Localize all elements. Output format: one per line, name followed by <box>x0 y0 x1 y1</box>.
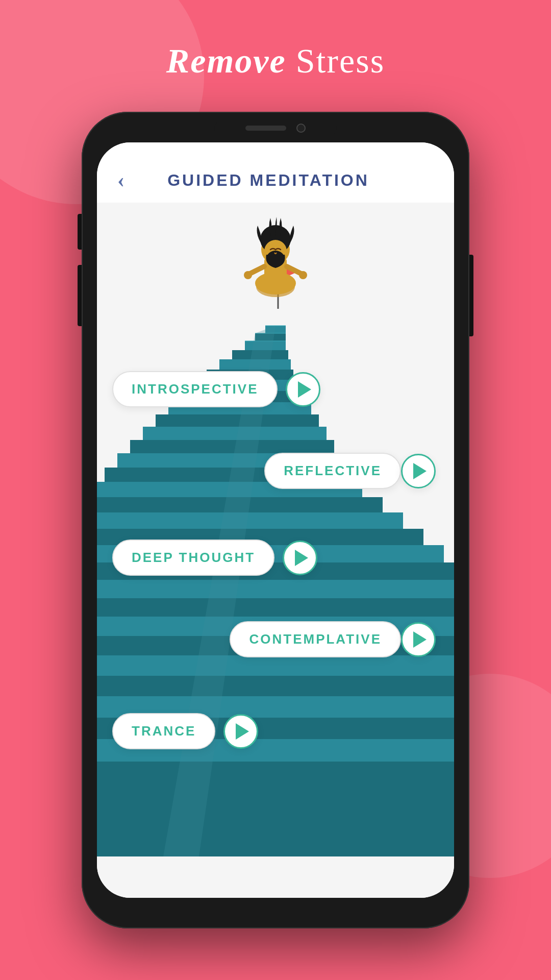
svg-rect-24 <box>143 427 327 440</box>
phone-camera <box>296 124 306 133</box>
level-contemplative-play[interactable] <box>401 622 436 657</box>
svg-rect-38 <box>97 655 454 676</box>
svg-rect-23 <box>156 414 319 427</box>
back-button[interactable]: ‹ <box>117 168 124 192</box>
play-icon <box>236 723 249 740</box>
phone-frame: ‹ GUIDED MEDITATION <box>82 112 469 928</box>
phone-container: ‹ GUIDED MEDITATION <box>82 112 469 928</box>
mountain <box>97 254 454 898</box>
level-trance-label: TRANCE <box>112 713 215 749</box>
phone-speaker <box>245 126 286 131</box>
level-reflective-label: REFLECTIVE <box>264 453 401 489</box>
play-icon <box>413 631 427 648</box>
play-icon <box>413 463 427 479</box>
page-title: Remove Stress <box>166 41 385 81</box>
level-introspective-play[interactable] <box>286 372 320 407</box>
level-introspective: INTROSPECTIVE <box>112 371 320 407</box>
level-contemplative-label: CONTEMPLATIVE <box>230 621 401 657</box>
title-word-stress: Stress <box>296 41 385 80</box>
play-icon <box>298 381 311 398</box>
level-contemplative: CONTEMPLATIVE <box>230 621 444 657</box>
svg-rect-25 <box>130 440 334 453</box>
meditation-character <box>240 208 311 300</box>
title-word-remove: Remove <box>166 41 286 80</box>
phone-btn-volume <box>78 265 82 326</box>
phone-btn-power <box>469 255 473 336</box>
svg-rect-34 <box>97 580 454 598</box>
svg-rect-39 <box>97 676 454 696</box>
level-deepthought-play[interactable] <box>283 541 317 575</box>
phone-notch <box>214 121 337 135</box>
svg-point-5 <box>244 271 252 279</box>
level-reflective: REFLECTIVE <box>264 453 444 489</box>
app-header-title: GUIDED MEDITATION <box>124 171 412 190</box>
level-introspective-label: INTROSPECTIVE <box>112 371 278 407</box>
level-reflective-play[interactable] <box>401 454 436 488</box>
level-deepthought: DEEP THOUGHT <box>112 540 317 576</box>
svg-rect-30 <box>97 512 403 529</box>
app-header: ‹ GUIDED MEDITATION <box>97 142 454 203</box>
svg-rect-43 <box>97 762 454 856</box>
level-deepthought-label: DEEP THOUGHT <box>112 540 274 576</box>
play-icon <box>295 550 308 566</box>
level-trance-play[interactable] <box>223 714 258 749</box>
svg-point-6 <box>299 271 307 279</box>
phone-screen: ‹ GUIDED MEDITATION <box>97 142 454 898</box>
app-content: INTROSPECTIVE REFLECTIVE DEEP THOUGHT <box>97 203 454 898</box>
svg-rect-35 <box>97 598 454 617</box>
level-trance: TRANCE <box>112 713 258 749</box>
phone-btn-volume-mute <box>78 214 82 250</box>
